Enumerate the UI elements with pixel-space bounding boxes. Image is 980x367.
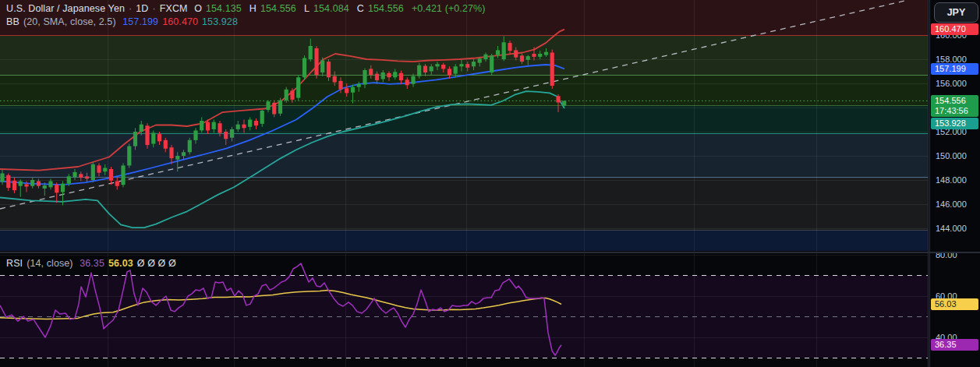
pane-separator[interactable]: [0, 252, 980, 253]
rsi-axis-badge: 36.35: [931, 339, 978, 351]
open-value: O154.135: [194, 3, 246, 14]
bb-lower-value: 153.928: [202, 16, 238, 27]
rsi-ma-value: 56.03: [108, 258, 133, 269]
price-axis-badge: 157.199: [931, 63, 978, 75]
price-axis-badge: 160.470: [931, 23, 978, 35]
rsi-empty-values: Ø Ø Ø Ø: [137, 258, 176, 269]
price-tick-label: 144.000: [936, 223, 967, 234]
price-tick-label: 148.000: [936, 175, 967, 185]
chart-canvas[interactable]: [0, 0, 929, 367]
symbol-title[interactable]: U.S. Dollar / Japanese Yen: [6, 3, 125, 14]
legend-separator: ·: [152, 3, 155, 14]
close-value: C154.556: [357, 3, 408, 14]
interval-label[interactable]: 1D: [136, 3, 148, 14]
change-value: +0.421 (+0.27%): [412, 3, 486, 14]
currency-toggle-button[interactable]: JPY: [934, 2, 978, 23]
legend-separator: ·: [129, 3, 132, 14]
rsi-params: (14, close): [27, 258, 73, 269]
exchange-label: FXCM: [160, 3, 188, 14]
rsi-value: 36.35: [80, 258, 104, 269]
price-axis-badge: 154.55617:43:56: [931, 95, 978, 117]
rsi-title[interactable]: RSI: [6, 258, 23, 269]
price-tick-label: 150.000: [936, 150, 967, 161]
bb-title[interactable]: BB: [6, 16, 19, 27]
rsi-indicator-legend[interactable]: RSI(14, close) 36.3556.03Ø Ø Ø Ø: [6, 258, 180, 269]
price-tick-label: 146.000: [936, 199, 967, 210]
trading-chart-app: U.S. Dollar / Japanese Yen·1D·FXCM O154.…: [0, 0, 980, 367]
bb-upper-value: 160.470: [162, 16, 198, 27]
high-value: H154.556: [249, 3, 300, 14]
symbol-legend[interactable]: U.S. Dollar / Japanese Yen·1D·FXCM O154.…: [6, 3, 490, 14]
bb-indicator-legend[interactable]: BB(20, SMA, close, 2.5) 157.199160.47015…: [6, 16, 242, 27]
rsi-axis-badge: 56.03: [931, 298, 978, 310]
price-axis[interactable]: 160.000158.000156.000154.000152.000150.0…: [929, 0, 980, 367]
price-tick-label: 156.000: [936, 78, 967, 89]
bb-basis-value: 157.199: [122, 16, 158, 27]
bb-params: (20, SMA, close, 2.5): [23, 16, 116, 27]
price-axis-badge: 153.928: [931, 118, 978, 129]
low-value: L154.084: [304, 3, 353, 14]
